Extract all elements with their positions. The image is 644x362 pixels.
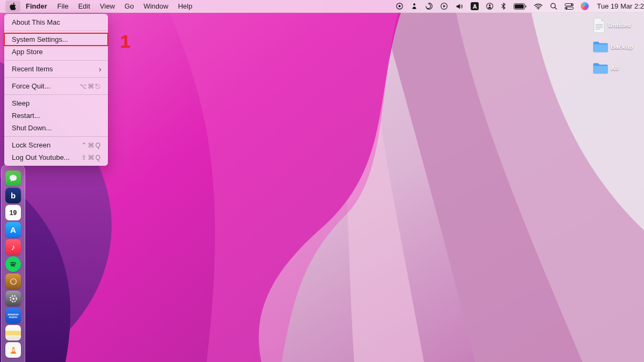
menu-item-about-this-mac[interactable]: About This Mac: [4, 16, 108, 28]
menu-item-recent-items[interactable]: Recent Items ›: [4, 63, 108, 75]
menu-item-label: Force Quit...: [12, 82, 50, 90]
menu-bar-clock[interactable]: Tue 19 Mar 2:2: [597, 2, 644, 10]
menu-item-log-out[interactable]: Log Out Youtube... ⇧⌘Q: [4, 151, 108, 164]
input-source-badge[interactable]: A: [471, 2, 479, 10]
vlc-icon[interactable]: [5, 342, 21, 358]
menu-item-label: Log Out Youtube...: [12, 153, 70, 161]
desktop-icons: Untitled Backup All: [593, 16, 644, 77]
menu-item-shut-down[interactable]: Shut Down...: [4, 122, 108, 134]
menu-go[interactable]: Go: [120, 0, 138, 12]
swirl-icon[interactable]: [425, 2, 433, 11]
menu-item-label: Sleep: [12, 99, 30, 107]
menu-help[interactable]: Help: [173, 0, 197, 12]
menu-item-label: Lock Screen: [12, 141, 50, 149]
control-center-icon[interactable]: [565, 2, 574, 11]
amazon-music-icon[interactable]: amazon music: [5, 308, 21, 323]
menu-bar-status: A Tue 19 Mar 2:2: [396, 2, 644, 11]
menu-window[interactable]: Window: [138, 0, 173, 12]
menu-separator: [4, 60, 108, 61]
orange-app-icon[interactable]: [5, 274, 21, 289]
gear-icon: [8, 293, 19, 304]
app-store-icon[interactable]: A: [5, 222, 21, 238]
menu-edit[interactable]: Edit: [74, 0, 95, 12]
menu-item-app-store[interactable]: App Store: [4, 46, 108, 58]
desktop-icon-backup[interactable]: Backup: [593, 38, 644, 56]
menu-separator: [4, 31, 108, 31]
browser-app-icon[interactable]: b: [5, 188, 21, 203]
spotify-icon[interactable]: [5, 256, 21, 272]
menu-item-lock-screen[interactable]: Lock Screen ⌃⌘Q: [4, 139, 108, 151]
folder-icon: [593, 41, 608, 53]
menu-item-force-quit[interactable]: Force Quit... ⌥⌘⎋: [4, 80, 108, 92]
desktop: Finder File Edit View Go Window Help A: [0, 0, 644, 362]
menu-separator: [4, 77, 108, 78]
calendar-app-icon[interactable]: 19: [5, 205, 21, 220]
user-account-icon[interactable]: [486, 2, 494, 11]
menu-file[interactable]: File: [53, 0, 74, 12]
dock: b 19 A ♪ amazon music: [1, 164, 25, 362]
menu-item-label: Recent Items: [12, 65, 53, 73]
person-status-icon[interactable]: [411, 2, 418, 11]
menu-bar: Finder File Edit View Go Window Help A: [0, 0, 644, 13]
volume-icon[interactable]: [455, 2, 464, 11]
desktop-icon-label: Backup: [611, 43, 633, 50]
messages-app-icon[interactable]: [5, 171, 21, 186]
app-store-glyph: A: [10, 225, 16, 234]
battery-icon[interactable]: [514, 2, 527, 11]
system-settings-icon[interactable]: [5, 291, 21, 306]
menu-item-label: About This Mac: [12, 18, 60, 26]
desktop-icon-all[interactable]: All: [593, 59, 644, 77]
desktop-icon-untitled[interactable]: Untitled: [593, 16, 644, 34]
menu-item-shortcut: ⌥⌘⎋: [79, 83, 101, 90]
recording-indicator-icon[interactable]: [396, 2, 404, 11]
menu-item-sleep[interactable]: Sleep: [4, 97, 108, 109]
menu-item-label: Shut Down...: [12, 124, 52, 132]
amazon-music-label: music: [9, 316, 18, 319]
siri-icon[interactable]: [581, 2, 589, 10]
menu-separator: [4, 94, 108, 95]
folder-icon: [593, 62, 608, 74]
apple-menu-button[interactable]: [5, 1, 20, 12]
menu-item-label: Restart...: [12, 112, 40, 120]
menu-view[interactable]: View: [95, 0, 120, 12]
menu-item-shortcut: ⌃⌘Q: [82, 142, 101, 149]
play-status-icon[interactable]: [440, 2, 448, 11]
document-icon: [593, 18, 605, 33]
spotlight-search-icon[interactable]: [550, 2, 558, 11]
desktop-icon-label: All: [611, 65, 619, 71]
menu-item-system-settings[interactable]: System Settings...: [4, 33, 108, 46]
step-annotation: 1: [120, 31, 130, 52]
apple-logo-icon: [9, 3, 17, 10]
menu-item-label: System Settings...: [12, 35, 68, 43]
browser-glyph: b: [11, 191, 16, 200]
notes-app-icon[interactable]: [5, 325, 21, 341]
submenu-chevron-icon: ›: [99, 65, 101, 73]
menu-item-label: App Store: [12, 48, 43, 56]
menu-item-shortcut: ⇧⌘Q: [82, 154, 101, 161]
menu-finder[interactable]: Finder: [20, 0, 53, 12]
desktop-icon-label: Untitled: [608, 22, 631, 28]
menu-separator: [4, 136, 108, 137]
bluetooth-icon[interactable]: [501, 2, 507, 11]
calendar-day: 19: [10, 209, 17, 217]
menu-item-restart[interactable]: Restart...: [4, 109, 108, 122]
apple-menu: About This Mac System Settings... App St…: [4, 14, 108, 166]
apple-music-icon[interactable]: ♪: [5, 239, 21, 255]
music-note-glyph: ♪: [11, 242, 16, 252]
wifi-icon[interactable]: [534, 2, 543, 11]
